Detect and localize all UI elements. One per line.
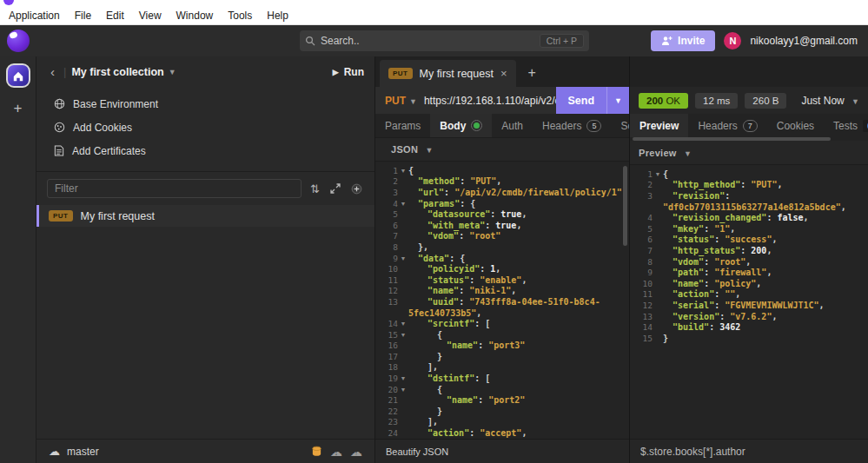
code-line: 2"method": "PUT",: [375, 176, 629, 188]
request-name: My first request: [81, 210, 155, 222]
new-tab-button[interactable]: +: [528, 65, 536, 81]
code-line: 17}: [375, 351, 629, 362]
code-line: 20▼{: [375, 384, 629, 395]
preview-mode-row: Preview ▼: [630, 141, 868, 165]
sort-icon[interactable]: ⇅: [308, 182, 321, 195]
user-avatar[interactable]: N: [724, 32, 741, 50]
code-line: 9▼"data": {: [375, 253, 629, 264]
body-set-indicator-icon: [471, 120, 482, 131]
window-titlebar: [0, 0, 868, 6]
git-branch-selector[interactable]: master: [67, 446, 99, 458]
request-tab[interactable]: PUT My first request ×: [380, 60, 516, 87]
base-environment-item[interactable]: Base Environment: [36, 92, 374, 116]
tests-count-badge: 0 / 0: [863, 120, 868, 132]
app-window-icon: [3, 0, 14, 5]
expand-icon[interactable]: [328, 183, 342, 194]
home-icon: [12, 70, 24, 82]
filter-input[interactable]: [47, 179, 301, 198]
tab-tests-label: Tests: [833, 120, 858, 132]
editor-scrollbar[interactable]: [623, 166, 627, 246]
body-type-row: JSON ▼: [375, 137, 629, 162]
code-line: 13"version": "v7.6.2",: [630, 311, 868, 322]
menu-window[interactable]: Window: [176, 10, 214, 22]
close-tab-icon[interactable]: ×: [500, 67, 507, 80]
workspace-rail: +: [0, 56, 36, 463]
add-certificates-item[interactable]: Add Certificates: [36, 139, 374, 162]
tab-body[interactable]: Body: [430, 114, 492, 137]
chevron-down-icon: ▼: [169, 68, 176, 76]
tab-method-badge: PUT: [388, 68, 413, 79]
code-line: "df0cb77013115b63277a14e812a5bdce",: [630, 202, 868, 213]
code-line: 5"mkey": "1",: [630, 223, 868, 235]
jsonpath-filter-input[interactable]: [640, 446, 858, 458]
menu-edit[interactable]: Edit: [106, 10, 124, 22]
response-history-dropdown[interactable]: Just Now ▼: [801, 95, 859, 107]
add-request-icon[interactable]: [349, 183, 364, 195]
request-panel: PUT My first request × + PUT▼ https://19…: [375, 56, 630, 463]
menu-file[interactable]: File: [75, 10, 91, 22]
request-footer: Beautify JSON: [375, 439, 629, 463]
request-list-item[interactable]: PUT My first request: [36, 205, 374, 227]
response-tabs-scrollbar[interactable]: [630, 137, 868, 141]
invite-button[interactable]: Invite: [651, 30, 715, 51]
method-label: PUT: [385, 95, 406, 107]
collection-sidebar: ‹ | My first collection ▼ ▶ Run Base Env…: [36, 56, 375, 463]
tab-auth[interactable]: Auth: [492, 114, 533, 137]
menu-help[interactable]: Help: [267, 10, 288, 22]
run-label: Run: [344, 66, 364, 78]
code-line: 21"name": "port2": [375, 394, 629, 406]
insomnia-logo-icon: [7, 30, 30, 52]
push-cloud-icon[interactable]: ☁↑: [350, 445, 362, 459]
code-line: 14▼"srcintf": [: [375, 318, 629, 329]
tab-params[interactable]: Params: [375, 114, 430, 137]
beautify-json-button[interactable]: Beautify JSON: [386, 446, 448, 457]
method-selector[interactable]: PUT▼: [385, 95, 417, 107]
tab-title: My first request: [420, 68, 494, 80]
tab-preview[interactable]: Preview: [630, 114, 688, 137]
code-line: 11"status": "enable",: [375, 274, 629, 286]
preview-mode-dropdown[interactable]: Preview ▼: [639, 148, 692, 158]
code-line: 12"serial": "FGVMEVMIWWLWJT1C",: [630, 300, 868, 311]
tab-headers[interactable]: Headers 5: [533, 114, 611, 137]
chevron-down-icon: ▼: [409, 97, 417, 106]
run-collection-button[interactable]: ▶ Run: [333, 66, 364, 78]
tab-scripts[interactable]: Scripts: [611, 114, 629, 137]
uncommitted-changes-icon[interactable]: [311, 446, 322, 457]
invite-label: Invite: [678, 35, 705, 47]
preview-mode-label: Preview: [639, 148, 677, 158]
request-body-editor[interactable]: 1▼{2"method": "PUT",3"url": "/api/v2/cmd…: [375, 162, 629, 439]
chevron-down-icon: ▼: [851, 97, 859, 106]
code-line: 15}: [630, 333, 868, 344]
tab-tests[interactable]: Tests 0 / 0: [824, 114, 868, 137]
pull-cloud-icon[interactable]: ☁↓: [330, 445, 342, 459]
code-line: 15▼{: [375, 329, 629, 341]
menu-application[interactable]: Application: [9, 10, 60, 22]
home-button[interactable]: [6, 63, 30, 88]
status-code: 200: [646, 96, 663, 106]
cloud-icon: ☁: [49, 445, 60, 458]
code-line: 10"name": "policy",: [630, 278, 868, 289]
global-search[interactable]: Search.. Ctrl + P: [300, 30, 589, 51]
response-body-viewer[interactable]: 1▼{2"http_method": "PUT",3"revision":"df…: [630, 165, 868, 439]
globe-icon: [54, 98, 65, 109]
code-line: 19▼"dstintf": [: [375, 373, 629, 384]
tab-cookies[interactable]: Cookies: [767, 114, 824, 137]
code-line: 4"revision_changed": false,: [630, 212, 868, 223]
response-subtabs: Preview Headers 7 Cookies Tests 0 / 0 → …: [630, 114, 868, 137]
tab-response-headers[interactable]: Headers 7: [688, 114, 766, 137]
menu-view[interactable]: View: [139, 10, 162, 22]
body-type-dropdown[interactable]: JSON ▼: [391, 144, 434, 155]
code-line: 13"uuid": "743fff8a-04ee-51f0-b8c4-: [375, 296, 629, 308]
filter-row: ⇅: [36, 175, 374, 202]
send-options-icon[interactable]: ▼: [606, 87, 629, 114]
add-cookies-item[interactable]: Add Cookies: [36, 116, 374, 139]
code-line: 4▼"params": {: [375, 198, 629, 209]
collection-name-dropdown[interactable]: My first collection: [71, 66, 163, 78]
add-workspace-button[interactable]: +: [14, 100, 23, 117]
send-label: Send: [556, 95, 607, 107]
send-button[interactable]: Send ▼: [556, 87, 629, 114]
back-chevron-icon[interactable]: ‹: [47, 64, 58, 79]
menu-tools[interactable]: Tools: [228, 10, 252, 22]
request-tab-bar: PUT My first request × +: [375, 56, 629, 87]
user-email[interactable]: nikoolayy1@gmail.com: [750, 35, 858, 47]
